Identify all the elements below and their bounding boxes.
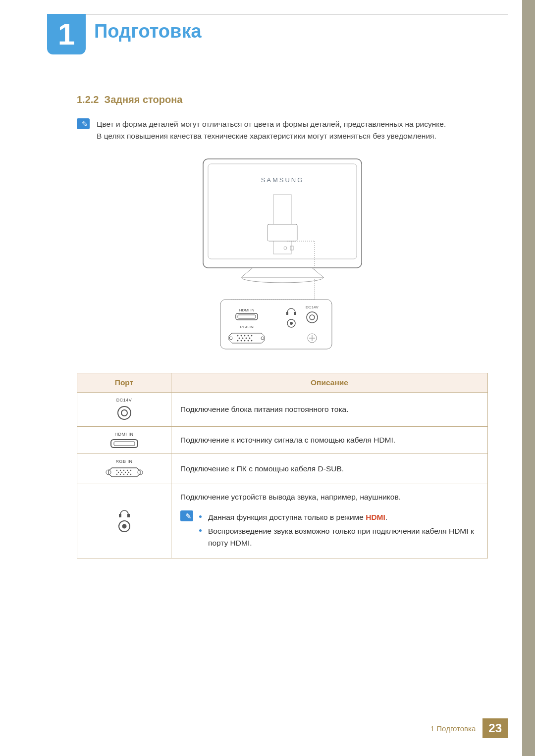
svg-point-29: [290, 322, 293, 325]
pencil-note-icon: [77, 118, 90, 129]
port-label: RGB IN: [80, 459, 168, 464]
chapter-number-box: 1: [47, 14, 86, 54]
svg-point-22: [241, 340, 242, 341]
table-row: DC14V Подключение блока питания постоянн…: [77, 393, 488, 427]
svg-rect-36: [114, 442, 135, 446]
top-rule: [47, 14, 508, 15]
footer: 1 Подготовка 23: [430, 718, 508, 738]
svg-point-45: [121, 472, 122, 473]
audio-desc-line: Подключение устройств вывода звука, напр…: [180, 491, 479, 504]
note-line1: Цвет и форма деталей могут отличаться от…: [97, 118, 446, 130]
note-line2: В целях повышения качества технические х…: [97, 130, 446, 142]
headphone-jack-icon: [80, 508, 168, 533]
svg-rect-27: [294, 312, 296, 315]
port-cell-audio: [77, 484, 171, 558]
chapter-title: Подготовка: [94, 21, 202, 42]
svg-point-14: [244, 335, 245, 336]
svg-point-48: [116, 474, 117, 475]
footer-page-number: 23: [482, 718, 508, 738]
svg-point-21: [237, 340, 238, 341]
table-row: RGB IN Подключение к ПК с помощью кабеля…: [77, 454, 488, 484]
port-cell-hdmi: HDMI IN: [77, 427, 171, 454]
content-area: 1.2.2 Задняя сторона Цвет и форма детале…: [77, 94, 488, 558]
port-label: HDMI IN: [80, 432, 168, 437]
hdmi-port-icon: [80, 439, 168, 449]
svg-point-56: [122, 524, 126, 529]
audio-bullets: Данная функция доступна только в режиме …: [199, 509, 479, 551]
desc-cell-audio: Подключение устройств вывода звука, напр…: [171, 484, 488, 558]
svg-point-25: [251, 340, 252, 341]
dc-jack-icon: [80, 404, 168, 421]
svg-point-34: [121, 410, 127, 416]
svg-point-12: [237, 335, 238, 336]
rear-view-figure: SAMSUNG HDMI IN RGB IN: [77, 155, 488, 358]
svg-point-33: [118, 406, 131, 419]
svg-point-50: [123, 474, 124, 475]
desc-cell: Подключение блока питания постоянного то…: [171, 393, 488, 427]
svg-rect-53: [119, 514, 121, 517]
footer-breadcrumb: 1 Подготовка: [430, 718, 482, 738]
svg-point-17: [239, 338, 240, 339]
side-stripe: [522, 0, 535, 756]
hdmi-emphasis: HDMI: [366, 513, 385, 521]
callout-rgb-label: RGB IN: [240, 325, 254, 329]
port-cell-rgb: RGB IN: [77, 454, 171, 484]
list-item: Воспроизведение звука возможно только пр…: [199, 525, 479, 549]
note-text: Цвет и форма деталей могут отличаться от…: [97, 118, 446, 142]
monitor-rear-diagram: SAMSUNG HDMI IN RGB IN: [193, 155, 372, 358]
svg-rect-35: [111, 440, 138, 448]
port-label: DC14V: [80, 398, 168, 403]
svg-point-42: [126, 470, 127, 471]
section-number: 1.2.2: [77, 94, 99, 105]
ports-table: Порт Описание DC14V Подключение блока пи…: [77, 373, 488, 558]
svg-point-24: [248, 340, 249, 341]
svg-point-18: [242, 338, 243, 339]
svg-rect-26: [286, 312, 288, 315]
brand-text: SAMSUNG: [261, 176, 304, 184]
dsub-port-icon: [80, 466, 168, 479]
svg-point-46: [124, 472, 125, 473]
svg-point-52: [130, 474, 131, 475]
svg-point-51: [126, 474, 127, 475]
svg-rect-54: [127, 514, 130, 517]
svg-point-13: [241, 335, 242, 336]
svg-point-43: [130, 470, 131, 471]
th-port: Порт: [77, 373, 171, 393]
svg-point-49: [119, 474, 120, 475]
svg-point-23: [244, 340, 245, 341]
chapter-number: 1: [58, 19, 75, 50]
svg-point-40: [119, 470, 120, 471]
desc-cell: Подключение к ПК с помощью кабеля D-SUB.: [171, 454, 488, 484]
section-title: Задняя сторона: [105, 94, 183, 105]
port-cell-dc: DC14V: [77, 393, 171, 427]
svg-rect-3: [268, 224, 297, 241]
svg-point-44: [117, 472, 118, 473]
callout-hdmi-label: HDMI IN: [239, 308, 255, 312]
top-note: Цвет и форма деталей могут отличаться от…: [77, 118, 488, 142]
section-header: 1.2.2 Задняя сторона: [77, 94, 488, 105]
desc-cell: Подключение к источнику сигнала с помощь…: [171, 427, 488, 454]
svg-point-15: [248, 335, 249, 336]
svg-point-16: [251, 335, 252, 336]
callout-dc-label: DC14V: [306, 305, 319, 309]
svg-point-19: [246, 338, 247, 339]
th-desc: Описание: [171, 373, 488, 393]
svg-point-20: [249, 338, 250, 339]
pencil-note-icon: [180, 510, 193, 521]
svg-point-39: [116, 470, 117, 471]
table-row: HDMI IN Подключение к источнику сигнала …: [77, 427, 488, 454]
table-row: Подключение устройств вывода звука, напр…: [77, 484, 488, 558]
svg-point-41: [123, 470, 124, 471]
svg-point-47: [128, 472, 129, 473]
inline-note: Данная функция доступна только в режиме …: [180, 509, 479, 551]
list-item: Данная функция доступна только в режиме …: [199, 511, 479, 523]
